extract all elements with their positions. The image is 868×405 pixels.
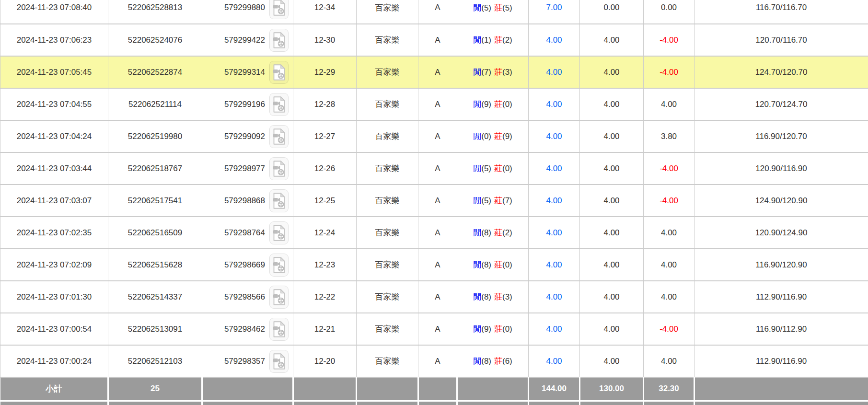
banker-points: (0)	[502, 164, 512, 173]
game-name-cell: 百家樂	[357, 345, 418, 377]
bet-record-row[interactable]: 2024-11-23 07:04:55 522062521114 5792991…	[0, 88, 868, 120]
bet-amount-cell: 4.00	[529, 345, 580, 377]
subtotal-bet-total: 144.00	[529, 377, 580, 401]
banker-label: 莊	[494, 324, 502, 334]
win-loss-cell: -4.00	[644, 185, 694, 217]
player-points: (8)	[481, 292, 491, 301]
bet-amount-cell: 4.00	[529, 88, 580, 120]
video-replay-button[interactable]	[269, 350, 289, 373]
player-label: 閒	[473, 68, 481, 77]
bet-record-row[interactable]: 2024-11-23 07:04:24 522062519980 5792990…	[0, 120, 868, 152]
bet-amount-cell: 4.00	[529, 249, 580, 281]
bet-amount-cell: 4.00	[529, 120, 580, 152]
game-round-id: 579299314	[224, 68, 265, 77]
video-replay-button[interactable]	[269, 61, 289, 84]
game-name-cell: 百家樂	[357, 249, 418, 281]
subtotal-empty-cell	[418, 377, 457, 401]
round-number-cell: 12-24	[293, 217, 357, 249]
banker-label: 莊	[494, 132, 502, 141]
bet-time-cell: 2024-11-23 07:03:44	[0, 152, 108, 185]
bet-amount-cell: 4.00	[529, 152, 580, 185]
game-round-id: 579299092	[224, 132, 265, 141]
video-replay-button[interactable]	[269, 318, 289, 341]
video-replay-button[interactable]	[269, 189, 289, 212]
bet-record-row[interactable]: 2024-11-23 07:03:07 522062517541 5792988…	[0, 185, 868, 217]
game-round-id: 579298977	[224, 164, 265, 174]
bet-record-row[interactable]: 2024-11-23 07:02:35 522062516509 5792987…	[0, 217, 868, 249]
game-round-cell: 579298977	[202, 152, 293, 185]
total-empty-cell	[418, 401, 457, 405]
bet-id-cell: 522062528813	[108, 0, 202, 24]
banker-label: 莊	[494, 35, 502, 45]
valid-bet-cell: 0.00	[580, 0, 644, 24]
video-replay-button[interactable]	[269, 93, 289, 116]
game-round-id: 579298868	[224, 196, 265, 206]
table-label-cell: A	[418, 88, 457, 120]
bet-record-row[interactable]: 2024-11-23 07:03:44 522062518767 5792989…	[0, 152, 868, 185]
game-name-cell: 百家樂	[357, 281, 418, 313]
bet-record-row[interactable]: 2024-11-23 07:01:30 522062514337 5792985…	[0, 281, 868, 313]
player-label: 閒	[473, 357, 481, 366]
valid-bet-cell: 4.00	[580, 152, 644, 185]
video-replay-button[interactable]	[269, 254, 289, 277]
video-replay-button[interactable]	[269, 125, 289, 148]
balance-cell: 124.90/120.90	[694, 185, 868, 217]
game-round-id: 579298669	[224, 260, 265, 270]
bet-record-row[interactable]: 2024-11-23 07:08:40 522062528813 5792998…	[0, 0, 868, 24]
valid-bet-cell: 4.00	[580, 120, 644, 152]
bet-id-cell: 522062512103	[108, 345, 202, 377]
table-label-cell: A	[418, 24, 457, 56]
total-empty-cell	[580, 401, 644, 405]
bet-time-cell: 2024-11-23 07:06:23	[0, 24, 108, 56]
total-empty-cell	[457, 401, 529, 405]
player-label: 閒	[473, 324, 481, 334]
win-loss-cell: -4.00	[644, 56, 694, 88]
bet-amount-cell: 4.00	[529, 185, 580, 217]
result-cell: 閒(8)莊(2)	[457, 217, 529, 249]
round-number-cell: 12-22	[293, 281, 357, 313]
balance-cell: 120.70/124.70	[694, 88, 868, 120]
game-name-cell: 百家樂	[357, 313, 418, 345]
bet-time-cell: 2024-11-23 07:04:55	[0, 88, 108, 120]
player-points: (5)	[481, 3, 491, 12]
bet-id-cell: 522062519980	[108, 120, 202, 152]
bet-amount-cell: 4.00	[529, 24, 580, 56]
video-replay-button[interactable]	[269, 286, 289, 309]
bet-time-cell: 2024-11-23 07:02:35	[0, 217, 108, 249]
video-replay-button[interactable]	[269, 0, 289, 19]
total-empty-cell	[529, 401, 580, 405]
table-label-cell: A	[418, 345, 457, 377]
bet-record-row[interactable]: 2024-11-23 07:05:45 522062522874 5792993…	[0, 56, 868, 88]
result-cell: 閒(8)莊(3)	[457, 281, 529, 313]
bet-record-row[interactable]: 2024-11-23 07:00:54 522062513091 5792984…	[0, 313, 868, 345]
player-label: 閒	[473, 292, 481, 301]
valid-bet-cell: 4.00	[580, 24, 644, 56]
bet-time-cell: 2024-11-23 07:04:24	[0, 120, 108, 152]
win-loss-cell: -4.00	[644, 313, 694, 345]
video-replay-button[interactable]	[269, 157, 289, 180]
balance-cell: 120.90/124.90	[694, 217, 868, 249]
result-cell: 閒(0)莊(9)	[457, 120, 529, 152]
bet-time-cell: 2024-11-23 07:02:09	[0, 249, 108, 281]
bet-amount-cell: 4.00	[529, 56, 580, 88]
video-file-icon	[272, 0, 286, 17]
bet-record-row[interactable]: 2024-11-23 07:06:23 522062524076 5792994…	[0, 24, 868, 56]
bet-record-row[interactable]: 2024-11-23 07:02:09 522062515628 5792986…	[0, 249, 868, 281]
banker-label: 莊	[494, 100, 502, 109]
banker-label: 莊	[494, 228, 502, 237]
result-cell: 閒(8)莊(0)	[457, 249, 529, 281]
table-label-cell: A	[418, 281, 457, 313]
win-loss-cell: 4.00	[644, 345, 694, 377]
game-name-cell: 百家樂	[357, 0, 418, 24]
bet-record-row[interactable]: 2024-11-23 07:00:24 522062512103 5792983…	[0, 345, 868, 377]
game-round-id: 579298566	[224, 292, 265, 302]
video-replay-button[interactable]	[269, 29, 289, 52]
video-replay-button[interactable]	[269, 221, 289, 244]
player-points: (9)	[481, 324, 491, 334]
valid-bet-cell: 4.00	[580, 281, 644, 313]
game-round-id: 579298764	[224, 228, 265, 238]
video-file-icon	[272, 320, 286, 338]
bet-time-cell: 2024-11-23 07:03:07	[0, 185, 108, 217]
player-points: (5)	[481, 196, 491, 205]
total-row-partial	[0, 401, 868, 405]
